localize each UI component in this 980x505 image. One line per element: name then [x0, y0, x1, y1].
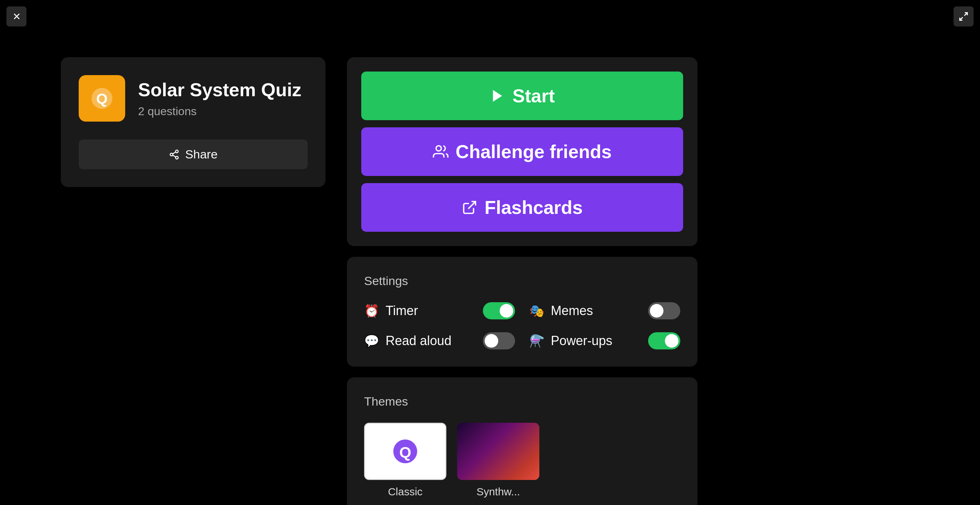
main-layout: Q Solar System Quiz 2 questions Share	[61, 57, 697, 505]
challenge-label: Challenge friends	[456, 141, 612, 162]
svg-text:Q: Q	[399, 443, 411, 460]
quiz-icon: Q	[79, 75, 125, 122]
read-aloud-label: 💬 Read aloud	[364, 333, 451, 348]
timer-text: Timer	[385, 303, 418, 318]
action-panel: Start Challenge friends Flashcards	[347, 57, 697, 246]
power-ups-icon: ⚗️	[529, 334, 544, 348]
theme-synthwave-label: Synthw...	[476, 486, 520, 498]
quiz-title: Solar System Quiz	[138, 79, 302, 100]
start-label: Start	[512, 85, 555, 107]
timer-toggle[interactable]	[483, 302, 515, 319]
timer-icon: ⏰	[364, 304, 379, 318]
svg-line-8	[172, 152, 176, 154]
challenge-friends-button[interactable]: Challenge friends	[361, 127, 683, 176]
svg-text:Q: Q	[96, 91, 108, 107]
memes-label: 🎭 Memes	[529, 303, 593, 318]
svg-line-11	[468, 202, 475, 209]
share-label: Share	[185, 147, 218, 161]
memes-toggle[interactable]	[648, 302, 680, 319]
memes-icon: 🎭	[529, 304, 544, 318]
quiz-info: Solar System Quiz 2 questions	[138, 79, 302, 118]
theme-classic-label: Classic	[388, 486, 423, 498]
settings-panel: Settings ⏰ Timer 🎭 Memes	[347, 257, 697, 366]
svg-point-6	[175, 156, 178, 159]
quiz-header: Q Solar System Quiz 2 questions	[79, 75, 308, 122]
svg-point-4	[175, 150, 178, 153]
svg-point-5	[170, 153, 173, 156]
right-panel: Start Challenge friends Flashcards	[347, 57, 697, 505]
svg-line-7	[172, 155, 176, 157]
setting-read-aloud: 💬 Read aloud	[364, 332, 515, 349]
svg-point-10	[436, 146, 441, 151]
svg-marker-9	[493, 90, 502, 102]
setting-timer: ⏰ Timer	[364, 302, 515, 319]
theme-classic[interactable]: Q Classic	[364, 423, 446, 498]
flashcards-label: Flashcards	[485, 197, 583, 218]
timer-label: ⏰ Timer	[364, 303, 418, 318]
power-ups-toggle[interactable]	[648, 332, 680, 349]
read-aloud-icon: 💬	[364, 334, 379, 348]
settings-title: Settings	[364, 274, 680, 288]
setting-power-ups: ⚗️ Power-ups	[529, 332, 680, 349]
read-aloud-toggle[interactable]	[483, 332, 515, 349]
power-ups-text: Power-ups	[551, 333, 612, 348]
quiz-questions-count: 2 questions	[138, 105, 302, 118]
fullscreen-button[interactable]	[953, 6, 974, 27]
read-aloud-text: Read aloud	[385, 333, 451, 348]
start-button[interactable]: Start	[361, 72, 683, 120]
theme-synthwave[interactable]: Synthw...	[457, 423, 539, 498]
themes-panel: Themes Q Classic Synthw...	[347, 377, 697, 505]
themes-title: Themes	[364, 395, 680, 408]
flashcards-button[interactable]: Flashcards	[361, 183, 683, 232]
share-button[interactable]: Share	[79, 140, 308, 169]
power-ups-label: ⚗️ Power-ups	[529, 333, 612, 348]
setting-memes: 🎭 Memes	[529, 302, 680, 319]
quiz-card: Q Solar System Quiz 2 questions Share	[61, 57, 326, 187]
theme-classic-thumbnail: Q	[364, 423, 446, 480]
close-button[interactable]: ✕	[6, 6, 27, 27]
themes-grid: Q Classic Synthw...	[364, 423, 680, 498]
theme-synthwave-thumbnail	[457, 423, 539, 480]
settings-grid: ⏰ Timer 🎭 Memes 💬	[364, 302, 680, 349]
memes-text: Memes	[551, 303, 593, 318]
